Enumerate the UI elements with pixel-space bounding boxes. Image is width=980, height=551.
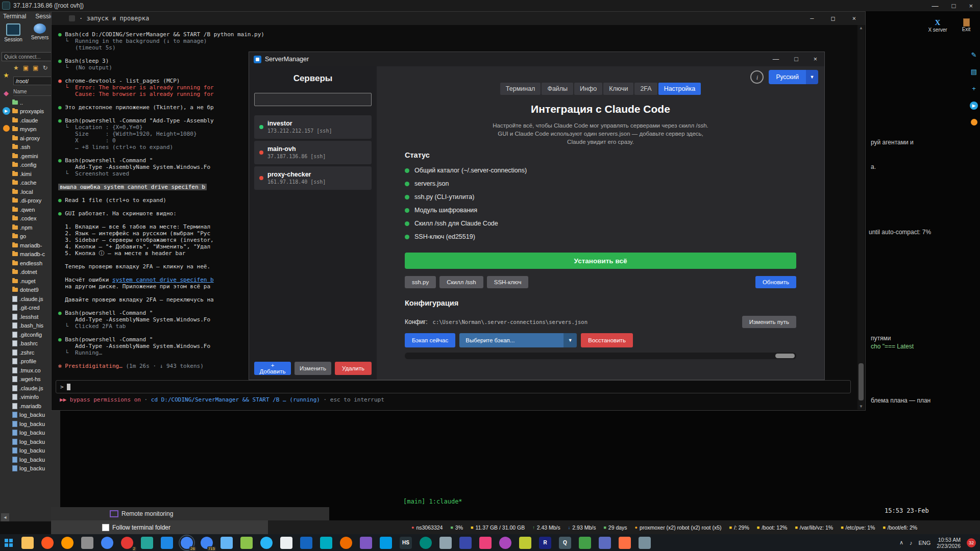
refresh-button[interactable]: Обновить xyxy=(755,276,796,288)
taskbar-app-26[interactable] xyxy=(519,537,531,549)
taskbar-app-30[interactable] xyxy=(599,537,611,549)
terminal-close-icon[interactable]: × xyxy=(852,15,856,22)
tree-item[interactable]: log_backu xyxy=(12,419,60,429)
terminal-minimize-icon[interactable]: — xyxy=(810,15,814,22)
taskbar-app-29[interactable] xyxy=(579,537,591,549)
taskbar-app-9[interactable]: 26 xyxy=(181,537,193,549)
taskbar-app-32[interactable] xyxy=(639,537,651,549)
taskbar-app-8[interactable] xyxy=(161,537,173,549)
exit-button[interactable]: Exit xyxy=(953,18,979,32)
tree-item[interactable]: log_backu xyxy=(12,437,60,446)
taskbar-app-18[interactable] xyxy=(360,537,372,549)
taskbar-app-13[interactable] xyxy=(260,537,273,549)
server-list-item[interactable]: main-ovh37.187.136.86 [ssh] xyxy=(254,141,372,164)
language-dropdown[interactable]: Русский ▼ xyxy=(769,70,818,84)
component-button[interactable]: ssh.py xyxy=(405,276,436,288)
remote-monitoring-label[interactable]: Remote monitoring xyxy=(121,510,173,517)
scroll-up-icon[interactable]: ▲ xyxy=(857,25,865,31)
taskbar-app-3[interactable] xyxy=(61,537,74,549)
server-list-item[interactable]: proxy-checker161.97.118.40 [ssh] xyxy=(254,166,372,190)
scroll-down-icon[interactable]: ▼ xyxy=(857,404,865,410)
x-server-button[interactable]: X X server xyxy=(925,18,950,33)
install-all-button[interactable]: Установить всё xyxy=(405,253,796,269)
add-server-button[interactable]: + Добавить xyxy=(254,362,291,375)
delete-server-button[interactable]: Удалить xyxy=(335,362,372,375)
tab-инфо[interactable]: Инфо xyxy=(574,83,602,95)
taskbar-app-27[interactable]: R xyxy=(539,537,551,549)
scroll-left-button[interactable]: ◂ xyxy=(1,513,9,521)
pinned-circle-icon[interactable] xyxy=(3,125,10,132)
notification-badge[interactable]: 32 xyxy=(967,538,976,547)
taskbar-app-11[interactable] xyxy=(220,537,233,549)
tab-файлы[interactable]: Файлы xyxy=(542,83,573,95)
send-icon[interactable]: ▶ xyxy=(970,102,978,110)
taskbar-clock[interactable]: 10:53 AM 2/23/2026 xyxy=(937,537,961,549)
taskbar-app-5[interactable] xyxy=(101,537,113,549)
taskbar-app-28[interactable]: Q xyxy=(559,537,571,549)
sm-minimize-icon[interactable]: — xyxy=(773,56,779,63)
change-path-button[interactable]: Изменить путь xyxy=(742,316,796,328)
component-button[interactable]: SSH-ключ xyxy=(487,276,529,288)
session-button[interactable]: Session xyxy=(2,23,24,42)
folder-icon[interactable]: ▣ xyxy=(33,64,38,71)
taskbar-app-25[interactable] xyxy=(499,537,511,549)
backup-now-button[interactable]: Бэкап сейчас xyxy=(405,333,455,347)
tab-терминал[interactable]: Терминал xyxy=(500,83,541,95)
window-maximize-icon[interactable]: □ xyxy=(952,2,956,10)
taskbar-app-21[interactable] xyxy=(420,537,432,549)
taskbar-app-22[interactable] xyxy=(439,537,452,549)
tray-expand-icon[interactable]: ∧ xyxy=(899,539,903,546)
telegram-icon[interactable]: ▶ xyxy=(3,107,10,115)
backup-select[interactable]: Выберите бэкап... ▼ xyxy=(459,333,577,347)
taskbar-app-15[interactable] xyxy=(300,537,312,549)
taskbar-app-4[interactable] xyxy=(81,537,93,549)
taskbar-app-24[interactable] xyxy=(479,537,492,549)
servers-button[interactable]: Servers xyxy=(29,23,51,40)
tree-item[interactable]: log_backu xyxy=(12,411,60,420)
pinned-app-icon[interactable]: ◆ xyxy=(4,89,9,97)
terminal-maximize-icon[interactable]: □ xyxy=(831,15,835,22)
taskbar-app-31[interactable] xyxy=(619,537,631,549)
server-list-item[interactable]: investor173.212.212.157 [ssh] xyxy=(254,115,372,139)
edit-server-button[interactable]: Изменить xyxy=(295,362,331,375)
taskbar-app-1[interactable] xyxy=(21,537,34,549)
taskbar-app-7[interactable] xyxy=(141,537,153,549)
terminal-input[interactable]: > xyxy=(56,380,851,393)
panel-icon[interactable]: ▤ xyxy=(971,68,977,76)
horizontal-scrollbar[interactable] xyxy=(405,353,796,359)
sm-close-icon[interactable]: × xyxy=(814,56,817,63)
terminal-scrollbar[interactable]: ▲ ▼ xyxy=(857,25,865,410)
favorites-star-icon[interactable]: ★ xyxy=(13,64,19,71)
pencil-icon[interactable]: ✎ xyxy=(971,51,977,59)
restore-button[interactable]: Восстановить xyxy=(581,333,633,347)
taskbar-app-20[interactable]: HS xyxy=(400,537,412,549)
tree-item[interactable]: log_backu xyxy=(12,446,60,456)
server-search-input[interactable] xyxy=(254,93,372,106)
taskbar-app-10[interactable]: 715 xyxy=(201,537,213,549)
checkbox-icon[interactable] xyxy=(102,524,109,531)
tree-item[interactable]: log_backu xyxy=(12,429,60,438)
window-close-icon[interactable]: × xyxy=(969,2,973,10)
quick-connect-input[interactable]: Quick connect... xyxy=(2,52,57,61)
start-button[interactable] xyxy=(0,534,17,551)
volume-icon[interactable]: ♪ xyxy=(910,540,913,546)
tab-настройка[interactable]: Настройка xyxy=(658,83,701,95)
follow-terminal-folder[interactable]: Follow terminal folder xyxy=(51,520,268,534)
tab-ключи[interactable]: Ключи xyxy=(603,83,633,95)
hscrollbar-thumb[interactable] xyxy=(775,354,795,358)
scrollbar-thumb[interactable] xyxy=(859,363,864,400)
pinned-star-icon[interactable]: ★ xyxy=(3,71,9,79)
plus-icon[interactable]: + xyxy=(972,85,976,92)
taskbar-app-2[interactable] xyxy=(41,537,54,549)
taskbar-app-12[interactable] xyxy=(240,537,253,549)
taskbar-app-6[interactable]: 2 xyxy=(121,537,133,549)
refresh-icon[interactable]: ↻ xyxy=(42,64,47,71)
circle-tool-icon[interactable] xyxy=(971,119,977,126)
taskbar-app-16[interactable] xyxy=(320,537,332,549)
terminal-titlebar[interactable]: · запуск и проверка — □ × xyxy=(52,12,865,25)
servermanager-titlebar[interactable]: ServerManager — □ × xyxy=(249,52,824,66)
taskbar-app-19[interactable] xyxy=(380,537,392,549)
taskbar-app-23[interactable] xyxy=(459,537,472,549)
component-button[interactable]: Скилл /ssh xyxy=(439,276,483,288)
tree-item[interactable]: log_backu xyxy=(12,455,60,464)
